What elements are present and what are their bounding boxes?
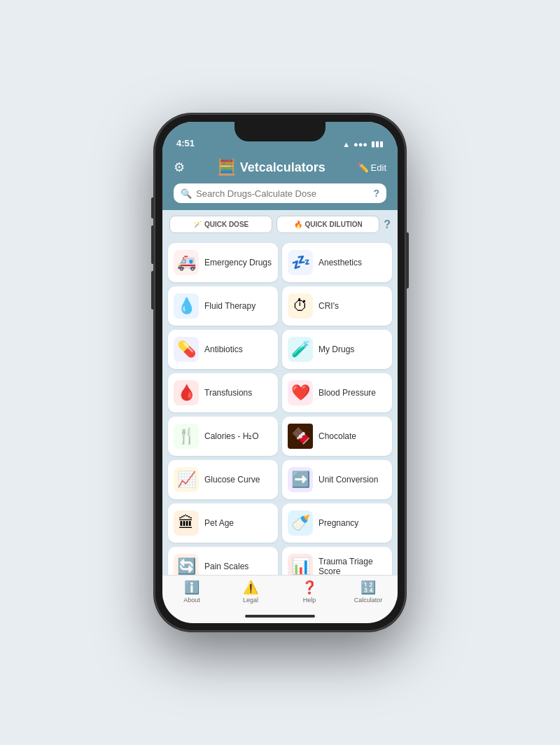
help-tab-label: Help [303,597,316,604]
antibiotics-icon: 💊 [174,337,199,362]
menu-item-chocolate[interactable]: 🍫 Chocolate [282,417,392,456]
menu-item-cris[interactable]: ⏱ CRI's [282,286,392,326]
cris-icon: ⏱ [288,293,313,319]
menu-item-pet-age[interactable]: 🏛 Pet Age [168,503,278,543]
status-time: 4:51 [176,138,195,148]
trauma-triage-label: Trauma Triage Score [318,557,386,575]
battery-icon: ▮▮▮ [371,139,384,148]
anesthetics-icon: 💤 [288,250,313,275]
about-tab-label: About [183,597,200,604]
search-icon: 🔍 [181,188,192,199]
transfusions-label: Transfusions [204,388,252,398]
volume-up-button[interactable] [151,225,154,264]
blood-pressure-label: Blood Pressure [318,388,376,398]
anesthetics-label: Anesthetics [318,258,362,267]
quick-buttons-bar: 🪄 QUICK DOSE 🔥 QUICK DILUTION ? [162,210,398,239]
chocolate-label: Chocolate [318,431,356,441]
menu-item-unit-conversion[interactable]: ➡️ Unit Conversion [282,460,392,499]
signal-icon: ●●● [354,140,368,148]
pet-age-label: Pet Age [204,518,234,528]
menu-item-blood-pressure[interactable]: ❤️ Blood Pressure [282,373,392,412]
calories-label: Calories - H₂O [204,431,259,441]
pain-scales-label: Pain Scales [204,562,248,571]
edit-button[interactable]: ✏️ Edit [358,162,386,173]
main-content: 🚑 Emergency Drugs 💤 Anesthetics 💧 Fluid … [162,239,398,575]
menu-item-anesthetics[interactable]: 💤 Anesthetics [282,243,392,282]
menu-item-my-drugs[interactable]: 🧪 My Drugs [282,330,392,369]
my-drugs-icon: 🧪 [288,337,313,362]
quick-dose-button[interactable]: 🪄 QUICK DOSE [169,216,272,233]
power-button[interactable] [406,232,409,288]
unit-conversion-label: Unit Conversion [318,475,378,485]
menu-grid: 🚑 Emergency Drugs 💤 Anesthetics 💧 Fluid … [168,243,392,575]
cris-label: CRI's [318,301,339,311]
menu-item-pain-scales[interactable]: 🔄 Pain Scales [168,547,278,575]
trauma-triage-icon: 📊 [288,554,313,575]
search-input-wrap: 🔍 ? [174,183,386,203]
unit-conversion-icon: ➡️ [288,467,313,492]
glucose-curve-label: Glucose Curve [204,475,260,485]
menu-item-calories[interactable]: 🍴 Calories - H₂O [168,417,278,456]
calculator-tab-label: Calculator [354,597,383,604]
menu-item-antibiotics[interactable]: 💊 Antibiotics [168,330,278,369]
quick-help-button[interactable]: ? [384,218,391,231]
menu-item-transfusions[interactable]: 🩸 Transfusions [168,373,278,412]
notch [234,122,326,141]
header-center: 🧮 Vetcalculators [217,158,326,176]
menu-item-glucose-curve[interactable]: 📈 Glucose Curve [168,460,278,499]
fluid-therapy-icon: 💧 [174,293,199,319]
app-icon: 🧮 [217,158,236,176]
search-section: 🔍 ? [162,183,398,210]
status-icons: ▲ ●●● ▮▮▮ [342,139,384,148]
phone-frame: 4:51 ▲ ●●● ▮▮▮ ⚙ 🧮 Vetcalculators ✏️ Edi… [154,113,406,632]
app-title: Vetcalculators [240,160,326,175]
my-drugs-label: My Drugs [318,344,354,354]
menu-item-trauma-triage[interactable]: 📊 Trauma Triage Score [282,547,392,575]
quick-dilution-icon: 🔥 [294,221,302,228]
tab-bar: ℹ️ About ⚠️ Legal ❓ Help 🔢 Calculator [162,575,398,609]
calories-icon: 🍴 [174,424,199,449]
search-help-button[interactable]: ? [373,188,379,199]
transfusions-icon: 🩸 [174,380,199,405]
pregnancy-label: Pregnancy [318,518,358,528]
emergency-drugs-label: Emergency Drugs [204,258,272,267]
legal-tab-label: Legal [243,597,258,604]
tab-calculator[interactable]: 🔢 Calculator [339,580,398,604]
volume-down-button[interactable] [151,271,154,309]
home-bar[interactable] [245,615,315,618]
fluid-therapy-label: Fluid Therapy [204,301,255,311]
about-tab-icon: ℹ️ [184,580,200,595]
volume-mute-button[interactable] [151,197,154,218]
menu-item-emergency-drugs[interactable]: 🚑 Emergency Drugs [168,243,278,282]
pain-scales-icon: 🔄 [174,554,199,575]
emergency-drugs-icon: 🚑 [174,250,199,275]
help-tab-icon: ❓ [302,580,317,595]
menu-item-pregnancy[interactable]: 🍼 Pregnancy [282,503,392,543]
settings-icon[interactable]: ⚙ [174,160,185,175]
tab-legal[interactable]: ⚠️ Legal [221,580,280,604]
quick-dose-icon: 🪄 [193,221,202,228]
wifi-icon: ▲ [342,140,350,148]
antibiotics-label: Antibiotics [204,344,243,354]
legal-tab-icon: ⚠️ [243,580,258,595]
phone-screen: 4:51 ▲ ●●● ▮▮▮ ⚙ 🧮 Vetcalculators ✏️ Edi… [162,122,398,623]
home-indicator [162,609,398,623]
edit-icon: ✏️ [358,162,369,173]
quick-dilution-button[interactable]: 🔥 QUICK DILUTION [276,216,379,233]
quick-dilution-label: QUICK DILUTION [305,221,363,228]
quick-dose-label: QUICK DOSE [204,221,248,228]
calculator-tab-icon: 🔢 [360,580,376,595]
edit-label: Edit [371,162,386,173]
chocolate-icon: 🍫 [288,424,313,449]
tab-help[interactable]: ❓ Help [280,580,339,604]
glucose-curve-icon: 📈 [174,467,199,492]
pet-age-icon: 🏛 [174,510,199,536]
app-header: ⚙ 🧮 Vetcalculators ✏️ Edit [162,153,398,183]
search-input[interactable] [196,188,369,199]
menu-item-fluid-therapy[interactable]: 💧 Fluid Therapy [168,286,278,326]
blood-pressure-icon: ❤️ [288,380,313,405]
tab-about[interactable]: ℹ️ About [162,580,221,604]
pregnancy-icon: 🍼 [288,510,313,536]
